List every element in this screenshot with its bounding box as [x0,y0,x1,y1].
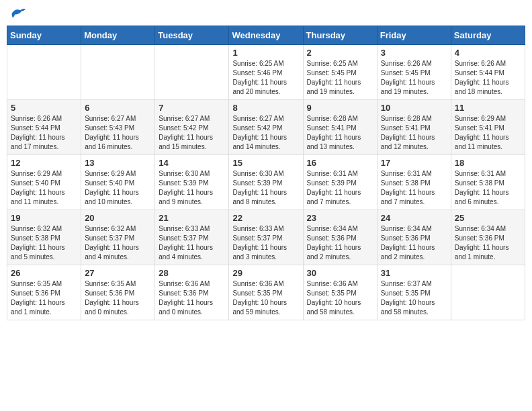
day-number: 24 [381,213,447,223]
day-number: 21 [159,213,225,223]
calendar-cell: 3Sunrise: 6:26 AM Sunset: 5:45 PM Daylig… [377,45,451,100]
calendar-cell: 9Sunrise: 6:28 AM Sunset: 5:41 PM Daylig… [303,100,377,155]
calendar-cell: 2Sunrise: 6:25 AM Sunset: 5:45 PM Daylig… [303,45,377,100]
calendar-cell: 19Sunrise: 6:32 AM Sunset: 5:38 PM Dayli… [7,210,81,265]
day-number: 3 [381,48,447,58]
calendar-cell [155,45,229,100]
day-info: Sunrise: 6:34 AM Sunset: 5:36 PM Dayligh… [381,224,447,262]
day-info: Sunrise: 6:37 AM Sunset: 5:35 PM Dayligh… [381,279,447,317]
day-number: 29 [232,268,299,278]
calendar-cell: 14Sunrise: 6:30 AM Sunset: 5:39 PM Dayli… [155,155,229,210]
logo-bird-icon [11,7,27,20]
calendar-week-1: 1Sunrise: 6:25 AM Sunset: 5:46 PM Daylig… [7,45,525,100]
day-info: Sunrise: 6:33 AM Sunset: 5:37 PM Dayligh… [159,224,225,262]
day-info: Sunrise: 6:34 AM Sunset: 5:36 PM Dayligh… [307,224,373,262]
day-info: Sunrise: 6:33 AM Sunset: 5:37 PM Dayligh… [232,224,299,262]
day-info: Sunrise: 6:36 AM Sunset: 5:36 PM Dayligh… [159,279,225,317]
day-info: Sunrise: 6:26 AM Sunset: 5:44 PM Dayligh… [455,59,521,97]
column-header-wednesday: Wednesday [229,26,303,45]
column-header-monday: Monday [81,26,155,45]
calendar-cell: 1Sunrise: 6:25 AM Sunset: 5:46 PM Daylig… [229,45,303,100]
calendar-week-4: 19Sunrise: 6:32 AM Sunset: 5:38 PM Dayli… [7,210,525,265]
logo [9,7,28,20]
day-info: Sunrise: 6:30 AM Sunset: 5:39 PM Dayligh… [159,169,225,207]
calendar-cell: 29Sunrise: 6:36 AM Sunset: 5:35 PM Dayli… [229,265,303,320]
column-header-friday: Friday [377,26,451,45]
day-info: Sunrise: 6:31 AM Sunset: 5:38 PM Dayligh… [381,169,447,207]
day-info: Sunrise: 6:36 AM Sunset: 5:35 PM Dayligh… [232,279,299,317]
calendar-cell: 7Sunrise: 6:27 AM Sunset: 5:42 PM Daylig… [155,100,229,155]
calendar-cell [451,265,525,320]
day-info: Sunrise: 6:31 AM Sunset: 5:38 PM Dayligh… [455,169,521,207]
day-info: Sunrise: 6:25 AM Sunset: 5:45 PM Dayligh… [307,59,373,97]
calendar-cell: 5Sunrise: 6:26 AM Sunset: 5:44 PM Daylig… [7,100,81,155]
calendar-week-3: 12Sunrise: 6:29 AM Sunset: 5:40 PM Dayli… [7,155,525,210]
day-number: 18 [455,158,521,168]
calendar-cell: 20Sunrise: 6:32 AM Sunset: 5:37 PM Dayli… [81,210,155,265]
day-info: Sunrise: 6:32 AM Sunset: 5:37 PM Dayligh… [85,224,151,262]
day-info: Sunrise: 6:29 AM Sunset: 5:41 PM Dayligh… [455,114,521,152]
day-number: 22 [232,213,299,223]
day-number: 16 [307,158,373,168]
days-of-week-row: SundayMondayTuesdayWednesdayThursdayFrid… [7,26,525,45]
calendar-cell: 12Sunrise: 6:29 AM Sunset: 5:40 PM Dayli… [7,155,81,210]
column-header-thursday: Thursday [303,26,377,45]
day-number: 31 [381,268,447,278]
day-number: 30 [307,268,373,278]
day-info: Sunrise: 6:34 AM Sunset: 5:36 PM Dayligh… [455,224,521,262]
day-number: 2 [307,48,373,58]
day-number: 9 [307,103,373,113]
day-number: 17 [381,158,447,168]
calendar-cell [7,45,81,100]
day-number: 14 [159,158,225,168]
day-info: Sunrise: 6:35 AM Sunset: 5:36 PM Dayligh… [11,279,77,317]
day-info: Sunrise: 6:27 AM Sunset: 5:42 PM Dayligh… [232,114,299,152]
day-info: Sunrise: 6:28 AM Sunset: 5:41 PM Dayligh… [381,114,447,152]
calendar-week-2: 5Sunrise: 6:26 AM Sunset: 5:44 PM Daylig… [7,100,525,155]
calendar-cell: 23Sunrise: 6:34 AM Sunset: 5:36 PM Dayli… [303,210,377,265]
calendar-cell: 10Sunrise: 6:28 AM Sunset: 5:41 PM Dayli… [377,100,451,155]
day-number: 15 [232,158,299,168]
column-header-sunday: Sunday [7,26,81,45]
day-info: Sunrise: 6:26 AM Sunset: 5:45 PM Dayligh… [381,59,447,97]
day-info: Sunrise: 6:25 AM Sunset: 5:46 PM Dayligh… [232,59,299,97]
calendar-cell: 24Sunrise: 6:34 AM Sunset: 5:36 PM Dayli… [377,210,451,265]
day-number: 20 [85,213,151,223]
calendar-cell: 25Sunrise: 6:34 AM Sunset: 5:36 PM Dayli… [451,210,525,265]
day-number: 28 [159,268,225,278]
day-number: 13 [85,158,151,168]
day-number: 10 [381,103,447,113]
calendar-cell: 16Sunrise: 6:31 AM Sunset: 5:39 PM Dayli… [303,155,377,210]
calendar-table: SundayMondayTuesdayWednesdayThursdayFrid… [7,26,525,320]
day-info: Sunrise: 6:32 AM Sunset: 5:38 PM Dayligh… [11,224,77,262]
column-header-saturday: Saturday [451,26,525,45]
day-number: 19 [11,213,77,223]
day-info: Sunrise: 6:26 AM Sunset: 5:44 PM Dayligh… [11,114,77,152]
day-info: Sunrise: 6:36 AM Sunset: 5:35 PM Dayligh… [307,279,373,317]
calendar-cell: 22Sunrise: 6:33 AM Sunset: 5:37 PM Dayli… [229,210,303,265]
calendar-cell: 17Sunrise: 6:31 AM Sunset: 5:38 PM Dayli… [377,155,451,210]
day-number: 12 [11,158,77,168]
calendar-header: SundayMondayTuesdayWednesdayThursdayFrid… [7,26,525,45]
day-number: 25 [455,213,521,223]
day-number: 11 [455,103,521,113]
calendar-week-5: 26Sunrise: 6:35 AM Sunset: 5:36 PM Dayli… [7,265,525,320]
day-number: 6 [85,103,151,113]
page-header [7,7,525,20]
day-info: Sunrise: 6:31 AM Sunset: 5:39 PM Dayligh… [307,169,373,207]
calendar-cell: 13Sunrise: 6:29 AM Sunset: 5:40 PM Dayli… [81,155,155,210]
calendar-cell: 21Sunrise: 6:33 AM Sunset: 5:37 PM Dayli… [155,210,229,265]
column-header-tuesday: Tuesday [155,26,229,45]
day-info: Sunrise: 6:35 AM Sunset: 5:36 PM Dayligh… [85,279,151,317]
day-number: 23 [307,213,373,223]
day-info: Sunrise: 6:30 AM Sunset: 5:39 PM Dayligh… [232,169,299,207]
day-number: 27 [85,268,151,278]
calendar-cell: 6Sunrise: 6:27 AM Sunset: 5:43 PM Daylig… [81,100,155,155]
calendar-cell: 4Sunrise: 6:26 AM Sunset: 5:44 PM Daylig… [451,45,525,100]
day-info: Sunrise: 6:29 AM Sunset: 5:40 PM Dayligh… [11,169,77,207]
calendar-cell: 11Sunrise: 6:29 AM Sunset: 5:41 PM Dayli… [451,100,525,155]
day-info: Sunrise: 6:27 AM Sunset: 5:42 PM Dayligh… [159,114,225,152]
calendar-cell [81,45,155,100]
calendar-cell: 15Sunrise: 6:30 AM Sunset: 5:39 PM Dayli… [229,155,303,210]
day-number: 26 [11,268,77,278]
